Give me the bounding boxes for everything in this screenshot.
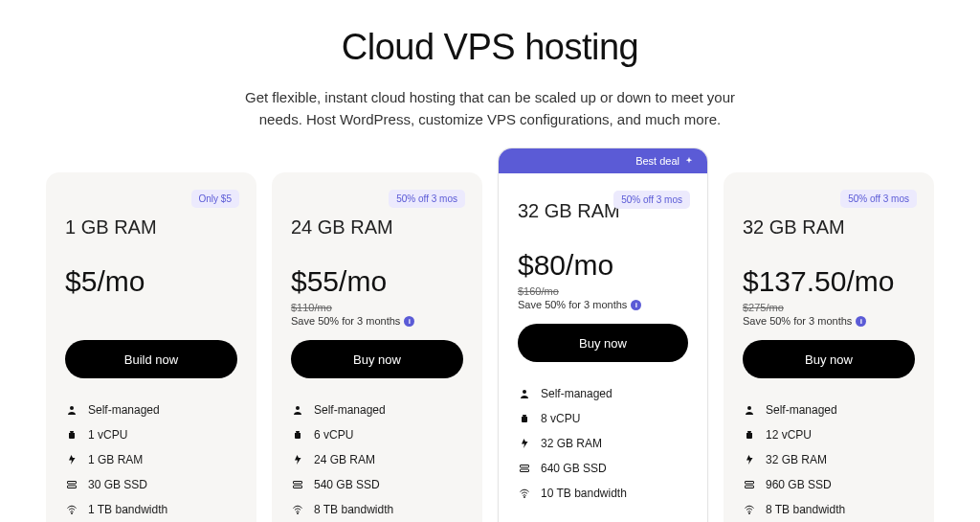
cpu-icon [65, 428, 78, 442]
plan-title: 1 GB RAM [65, 216, 237, 238]
svg-rect-14 [746, 486, 754, 488]
user-icon [518, 387, 531, 400]
bandwidth-icon [743, 503, 756, 516]
feature-item: 12 vCPU [743, 428, 915, 442]
plan-badge: Only $5 [191, 190, 239, 208]
plan-badge: 50% off 3 mos [613, 191, 690, 209]
plan-card-1: 50% off 3 mos 24 GB RAM $55/mo $110/mo S… [272, 172, 482, 522]
feature-item: 540 GB SSD [291, 478, 463, 491]
buy-now-button[interactable]: Buy now [518, 324, 688, 362]
svg-rect-6 [294, 486, 302, 488]
plan-save-text: Save 50% for 3 monthsi [518, 299, 688, 310]
ssd-icon [291, 478, 304, 491]
info-icon[interactable]: i [404, 316, 414, 327]
svg-rect-5 [294, 482, 302, 485]
svg-point-3 [72, 513, 73, 514]
plan-features: Self-managed 8 vCPU 32 GB RAM 640 GB SSD… [518, 387, 688, 500]
buy-now-button[interactable]: Buy now [743, 340, 915, 378]
plan-original-price: $160/mo [518, 285, 688, 297]
sparkle-icon [684, 156, 694, 166]
feature-item: 8 TB bandwidth [291, 503, 463, 516]
svg-point-8 [523, 390, 526, 394]
feature-item: 10 TB bandwidth [518, 487, 688, 500]
feature-item: Self-managed [291, 403, 463, 417]
plan-badge: 50% off 3 mos [389, 190, 465, 208]
plan-card-2-best: Best deal 50% off 3 mos 32 GB RAM $80/mo… [498, 148, 708, 522]
svg-point-11 [524, 497, 525, 498]
ram-icon [743, 453, 756, 466]
feature-item: Self-managed [518, 387, 688, 400]
plan-save-text: Save 50% for 3 monthsi [743, 315, 915, 327]
feature-item: 960 GB SSD [743, 478, 915, 491]
feature-item: 32 GB RAM [743, 453, 915, 466]
svg-point-15 [749, 513, 750, 514]
page-title: Cloud VPS hosting [0, 27, 980, 68]
svg-rect-1 [68, 482, 77, 485]
ssd-icon [65, 478, 78, 491]
feature-item: 8 vCPU [518, 412, 688, 425]
user-icon [291, 403, 304, 417]
bandwidth-icon [65, 503, 78, 516]
build-now-button[interactable]: Build now [65, 340, 237, 378]
plan-original-price: $275/mo [743, 302, 915, 313]
page-subtitle: Get flexible, instant cloud hosting that… [232, 87, 748, 130]
plan-title: 32 GB RAM [743, 216, 915, 238]
bandwidth-icon [518, 487, 531, 500]
pricing-cards: Only $5 1 GB RAM $5/mo Build now Self-ma… [0, 172, 980, 522]
plan-badge: 50% off 3 mos [840, 190, 917, 208]
user-icon [65, 403, 78, 417]
feature-item: 6 vCPU [291, 428, 463, 442]
info-icon[interactable]: i [631, 300, 641, 310]
cpu-icon [291, 428, 304, 442]
svg-rect-2 [68, 486, 77, 488]
plan-original-price: $110/mo [291, 302, 463, 313]
feature-item: 30 GB SSD [65, 478, 237, 491]
user-icon [743, 403, 756, 417]
ssd-icon [518, 462, 531, 475]
cpu-icon [743, 428, 756, 442]
ram-icon [65, 453, 78, 466]
feature-item: 24 GB RAM [291, 453, 463, 466]
feature-item: 1 vCPU [65, 428, 237, 442]
plan-features: Self-managed 6 vCPU 24 GB RAM 540 GB SSD… [291, 403, 463, 516]
svg-point-4 [296, 406, 300, 410]
feature-item: Self-managed [743, 403, 915, 417]
plan-price: $137.50/mo [743, 265, 915, 298]
buy-now-button[interactable]: Buy now [291, 340, 463, 378]
feature-item: 640 GB SSD [518, 462, 688, 475]
plan-save-text: Save 50% for 3 monthsi [291, 315, 463, 327]
plan-price: $80/mo [518, 249, 688, 282]
feature-item: 32 GB RAM [518, 437, 688, 450]
feature-item: 8 TB bandwidth [743, 503, 915, 516]
ssd-icon [743, 478, 756, 491]
plan-card-0: Only $5 1 GB RAM $5/mo Build now Self-ma… [46, 172, 256, 522]
feature-item: 1 TB bandwidth [65, 503, 237, 516]
plan-price: $55/mo [291, 265, 463, 298]
plan-title: 24 GB RAM [291, 216, 463, 238]
plan-features: Self-managed 1 vCPU 1 GB RAM 30 GB SSD 1… [65, 403, 237, 516]
svg-rect-10 [521, 469, 529, 472]
svg-point-12 [747, 406, 751, 410]
cpu-icon [518, 412, 531, 425]
svg-point-7 [298, 513, 299, 514]
ram-icon [518, 437, 531, 450]
info-icon[interactable]: i [856, 316, 866, 327]
feature-item: 1 GB RAM [65, 453, 237, 466]
svg-point-0 [70, 406, 74, 410]
best-deal-banner: Best deal [499, 148, 707, 173]
feature-item: Self-managed [65, 403, 237, 417]
plan-card-3: 50% off 3 mos 32 GB RAM $137.50/mo $275/… [724, 172, 934, 522]
svg-rect-9 [521, 465, 529, 468]
plan-price: $5/mo [65, 265, 237, 298]
plan-features: Self-managed 12 vCPU 32 GB RAM 960 GB SS… [743, 403, 915, 516]
ram-icon [291, 453, 304, 466]
svg-rect-13 [746, 482, 754, 485]
bandwidth-icon [291, 503, 304, 516]
